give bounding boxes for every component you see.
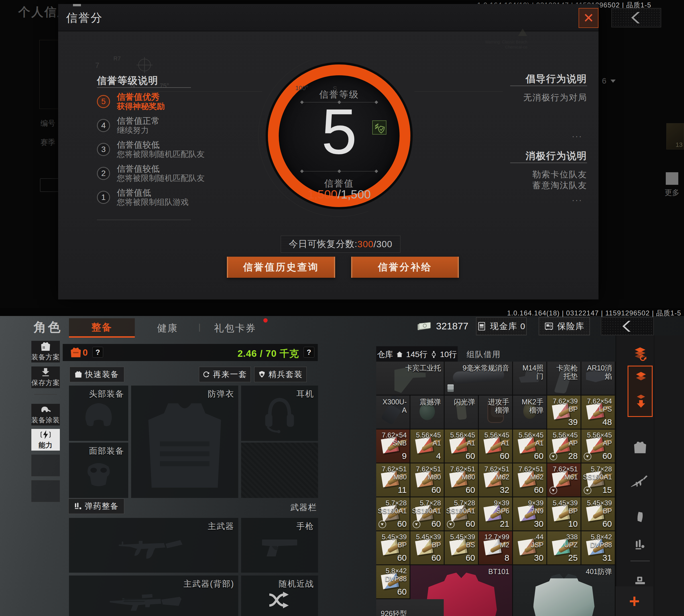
- season-dropdown[interactable]: 6: [602, 76, 616, 86]
- item-cell-401防弹[interactable]: 401防弹: [513, 565, 615, 616]
- ammo-cell-5.45×39-BP[interactable]: 5.45×39BP10: [547, 497, 580, 530]
- ammo-cell-7.62×51-M80[interactable]: 7.62×51M8011: [376, 463, 410, 497]
- ammo-cell-5.45×39-BP[interactable]: 5.45×39BP60: [410, 531, 444, 564]
- tab-giftcards[interactable]: 礼包卡券: [211, 322, 259, 335]
- slot-back-weapon[interactable]: 主武器(背部): [69, 575, 238, 616]
- another-set-button[interactable]: 再来一套: [199, 367, 251, 382]
- ammo-cell-5.7×28-SS190A1[interactable]: 5.7×28SS190A160: [376, 497, 410, 530]
- warning-triangle-icon: [518, 28, 527, 36]
- filter-armor-button[interactable]: [633, 441, 647, 455]
- credit-history-button[interactable]: 信誉值历史查询: [227, 257, 335, 278]
- item-cell-卡宾枪托垫[interactable]: 卡宾枪托垫: [547, 361, 580, 395]
- ammo-cell-7.62×51-M80[interactable]: 7.62×51M8060: [444, 463, 478, 497]
- ammo-cell-5.45×39-BP[interactable]: 5.45×39BP60: [376, 531, 410, 564]
- item-cell-卡宾工业托[interactable]: 卡宾工业托: [376, 361, 444, 395]
- item-cell-震撼弹[interactable]: 震撼弹: [410, 396, 444, 428]
- armor-pen-icon: [447, 521, 455, 528]
- weight-help-button[interactable]: ?: [303, 347, 314, 358]
- item-cell-进攻手榴弹[interactable]: 进攻手榴弹: [479, 396, 512, 428]
- more-button[interactable]: 更多: [660, 172, 684, 198]
- sidebar-empty-slot: [31, 480, 60, 502]
- ammo-cell-5.56×45-AP[interactable]: 5.56×45AP60: [582, 430, 615, 463]
- levels-section-title: 信誉等级说明: [97, 74, 158, 87]
- sidebar-save-plan[interactable]: 保存方案: [31, 367, 60, 388]
- credit-supply-button[interactable]: 信誉分补给: [351, 257, 459, 278]
- slot-head-equip[interactable]: 头部装备: [69, 386, 128, 441]
- armor-help-button[interactable]: ?: [92, 347, 103, 358]
- filter-selected-box[interactable]: [628, 366, 653, 417]
- team-borrow-tab[interactable]: 组队借用: [458, 346, 509, 363]
- filter-bullets-button[interactable]: [634, 538, 646, 553]
- safe-vault-button[interactable]: 保险库: [539, 317, 590, 335]
- cash-vault-icon: [477, 322, 486, 331]
- ammo-cell-7.62×51-M62[interactable]: 7.62×51M6232: [479, 463, 512, 497]
- item-cell-M14照门[interactable]: M14照门: [513, 361, 546, 395]
- ammo-cell-7.62×51-M62[interactable]: 7.62×51M6260: [513, 463, 546, 497]
- ammo-cell-7.62×51-M80[interactable]: 7.62×51M8060: [410, 463, 444, 497]
- ammo-cell-5.45×39-BP[interactable]: 5.45×39BP60: [582, 497, 615, 530]
- ammo-cell-.338-UPZ[interactable]: .338UPZ25: [547, 531, 580, 564]
- close-button[interactable]: ✕: [578, 8, 598, 28]
- credit-gauge: 信誉等级 5 100° S 信誉值 1,500/1,500: [268, 64, 410, 207]
- weight-bar: 0 ? 2.46 / 70 千克 ?: [63, 344, 318, 361]
- ammo-cell-5.8×42-DVP88[interactable]: 5.8×42DVP8860: [376, 565, 410, 598]
- daily-recover-box: 今日可恢复分数:300/300: [281, 236, 401, 253]
- ammo-cell-5.56×45-A1[interactable]: 5.56×45A160: [513, 430, 546, 463]
- cash-vault-button[interactable]: 现金库 0: [476, 317, 527, 335]
- ammo-cell-7.62×51-M61[interactable]: 7.62×51M61: [547, 463, 580, 497]
- tab-equip-box[interactable]: 整备: [69, 318, 135, 336]
- level-title: 信誉值优秀: [117, 92, 165, 102]
- slot-empty-accessory[interactable]: [241, 443, 318, 498]
- back-button-top[interactable]: [611, 8, 661, 27]
- ammo-cell-5.56×45-A1[interactable]: 5.56×45A160: [444, 430, 478, 463]
- ammo-cell-.44-JSP[interactable]: .44JSP30: [513, 531, 546, 564]
- ammo-label: 5.45×39BP: [382, 533, 407, 549]
- ammo-cell-5.8×42-DVP88[interactable]: 5.8×42DVP8831: [582, 531, 615, 564]
- slot-main-weapon[interactable]: 主武器: [69, 518, 238, 573]
- ammo-cell-7.62×54-LPS[interactable]: 7.62×54LPS48: [582, 396, 615, 428]
- inventory-grid: 卡宾工业托 9毫米常规消音 M14照门 卡宾枪托垫 AR10消焰 X300U-A…: [376, 361, 616, 616]
- ammo-cell-5.7×28-SS190A1[interactable]: 5.7×28SS190A160: [410, 497, 444, 530]
- item-cell-X300U-A[interactable]: X300U-A: [376, 396, 410, 428]
- ammo-cell-5.45×39-BS[interactable]: 5.45×39BS60: [444, 531, 478, 564]
- filter-sight-button[interactable]: [633, 574, 647, 587]
- ammo-cell-9×39-7N9[interactable]: 9×397N930: [513, 497, 546, 530]
- map-mark-r7: R7: [113, 55, 121, 62]
- slot-random-melee[interactable]: 随机近战: [241, 575, 318, 616]
- filter-magazine-button[interactable]: [634, 509, 646, 526]
- elite-set-button[interactable]: 精兵套装: [254, 367, 307, 382]
- quick-equip-button[interactable]: 快速装备: [70, 367, 124, 382]
- headset-silhouette: [258, 395, 301, 435]
- ammo-label: .338UPZ: [564, 533, 578, 549]
- sidebar-ability[interactable]: 能力: [31, 429, 60, 450]
- item-cell-MK2手榴弹[interactable]: MK2手榴弹: [513, 396, 546, 428]
- chevron-down-icon: [611, 80, 616, 83]
- warehouse-tab[interactable]: 仓库 145行 10行: [376, 346, 458, 363]
- ammo-cell-12.7×99-M2[interactable]: 12.7×99M28: [479, 531, 512, 564]
- item-cell-926轻型[interactable]: 926轻型: [376, 599, 444, 616]
- slot-face-equip[interactable]: 面部装备: [69, 443, 128, 498]
- ammo-cell-5.56×45-AP[interactable]: 5.56×45AP28: [547, 430, 580, 463]
- ammo-cell-5.56×45-A1[interactable]: 5.56×45A14: [410, 430, 444, 463]
- ammo-prep-button[interactable]: 弹药整备: [68, 499, 124, 514]
- sidebar-equip-skin[interactable]: 装备涂装: [31, 404, 60, 425]
- quick-sort-button[interactable]: [633, 347, 647, 363]
- slot-body-armor[interactable]: 防弹衣: [131, 386, 238, 498]
- back-button-bottom[interactable]: [601, 317, 654, 335]
- slot-pistol[interactable]: 手枪: [241, 518, 318, 573]
- item-cell-闪光弹[interactable]: 闪光弹: [444, 396, 478, 428]
- ammo-cell-5.7×28-SS190A1[interactable]: 5.7×28SS190A115: [582, 463, 615, 497]
- add-filter-button[interactable]: +: [616, 586, 653, 616]
- ammo-cell-5.7×28-SS190A1[interactable]: 5.7×28SS190A160: [444, 497, 478, 530]
- ammo-cell-5.56×45-A1[interactable]: 5.56×45A160: [479, 430, 512, 463]
- ammo-cell-7.62×39-BP[interactable]: 7.62×39BP39: [547, 396, 580, 428]
- negative-title: 消极行为说明: [526, 150, 587, 162]
- ammo-cell-9×39-SP6[interactable]: 9×39SP621: [479, 497, 512, 530]
- ammo-quantity: 60: [466, 519, 475, 529]
- item-cell-9毫米常规消音[interactable]: 9毫米常规消音: [444, 361, 512, 395]
- tab-health[interactable]: 健康: [151, 322, 185, 335]
- item-cell-AR10消焰[interactable]: AR10消焰: [582, 361, 615, 395]
- ammo-cell-7.62×54-SNB[interactable]: 7.62×54SNB9: [376, 430, 410, 463]
- sidebar-equip-plan[interactable]: 装备方案: [31, 341, 60, 362]
- slot-headset[interactable]: 耳机: [241, 386, 318, 441]
